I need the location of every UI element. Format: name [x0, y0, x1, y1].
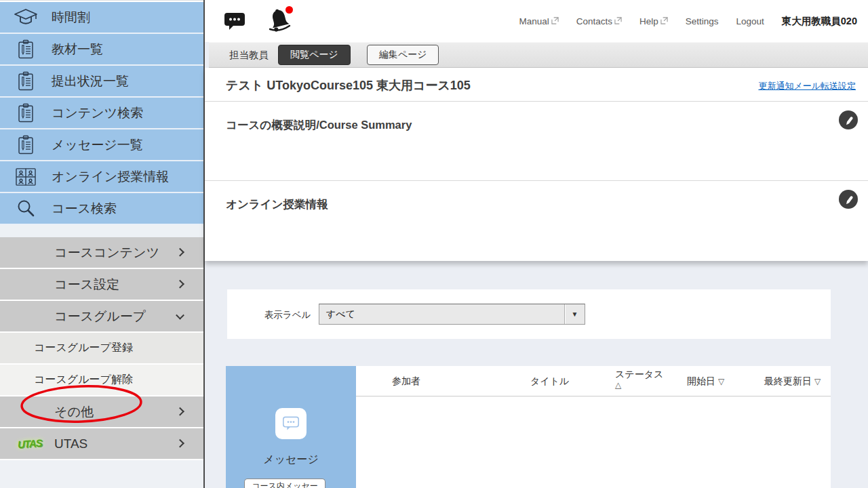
course-title: テスト UTokyoCourse105 東大用コース105 [226, 77, 471, 94]
help-link[interactable]: Help [639, 16, 668, 26]
column-start-date[interactable]: 開始日 ▽ [687, 375, 724, 388]
sidebar-subitem-course-group-remove[interactable]: コースグループ解除 [0, 365, 203, 396]
course-message-button[interactable]: コース内メッセー [244, 479, 326, 488]
chat-bubble-icon [282, 415, 300, 432]
magnifier-icon [0, 199, 52, 219]
manual-link[interactable]: Manual [519, 16, 558, 26]
sidebar-subitem-label: コースグループ解除 [34, 373, 133, 387]
sidebar-group-label: コースグループ [54, 308, 146, 325]
edit-summary-button[interactable] [839, 110, 858, 129]
main-content: Manual Contacts Help [203, 0, 868, 488]
username: 東大用教職員020 [782, 15, 857, 28]
clipboard-icon [0, 70, 52, 92]
sidebar-group-utas[interactable]: UTAS UTAS [0, 428, 203, 460]
online-class-heading: オンライン授業情報 [226, 197, 328, 212]
selected-option: すべて [319, 308, 564, 321]
logout-link[interactable]: Logout [736, 16, 764, 26]
sidebar-group-others[interactable]: その他 [0, 396, 203, 428]
sidebar-item-submissions[interactable]: 提出状況一覧 [0, 66, 203, 98]
sidebar-subitem-course-group-register[interactable]: コースグループ登録 [0, 333, 203, 365]
sidebar-item-materials[interactable]: 教材一覧 [0, 34, 203, 66]
sidebar-group-course-group[interactable]: コースグループ [0, 301, 203, 333]
column-participants[interactable]: 参加者 [392, 375, 420, 388]
dropdown-arrow-icon: ▼ [564, 304, 585, 324]
clipboard-icon [0, 102, 52, 124]
column-last-updated[interactable]: 最終更新日 ▽ [764, 375, 821, 388]
sidebar-item-label: オンライン授業情報 [52, 168, 169, 186]
tab-view-page[interactable]: 閲覧ページ [278, 45, 351, 65]
sidebar-item-message-list[interactable]: メッセージ一覧 [0, 129, 203, 161]
message-block-title: メッセージ [226, 453, 356, 467]
settings-link[interactable]: Settings [686, 16, 719, 26]
contacts-link-label: Contacts [576, 16, 612, 26]
external-link-icon [551, 16, 559, 26]
sidebar-item-timetable[interactable]: 時間割 [0, 2, 203, 34]
course-header-block: テスト UTokyoCourse105 東大用コース105 更新通知メール転送設… [205, 68, 868, 261]
sidebar-item-label: 教材一覧 [52, 41, 103, 58]
graduation-cap-icon [0, 7, 52, 28]
label-filter-select[interactable]: すべて ▼ [319, 304, 585, 325]
edit-online-class-button[interactable] [839, 190, 858, 209]
chevron-down-icon [176, 310, 184, 319]
sidebar-item-course-search[interactable]: コース検索 [0, 193, 203, 225]
sidebar-item-label: コンテンツ検索 [52, 104, 143, 122]
clipboard-icon [0, 134, 52, 156]
notification-badge [285, 6, 293, 14]
message-category-block: メッセージ コース内メッセー [226, 366, 356, 488]
pencil-icon [844, 195, 854, 205]
role-label: 担当教員 [229, 49, 269, 62]
people-grid-icon [0, 167, 52, 186]
top-links: Manual Contacts Help [519, 0, 857, 42]
sidebar-item-label: 時間割 [52, 9, 90, 26]
course-summary-heading: コースの概要説明/Course Summary [226, 118, 412, 133]
sidebar-item-label: コース検索 [52, 200, 117, 218]
chevron-right-icon [176, 279, 184, 288]
sort-desc-icon: ▽ [814, 377, 821, 386]
sidebar-item-label: メッセージ一覧 [52, 136, 143, 154]
tab-bar: 担当教員 閲覧ページ 編集ページ [209, 42, 868, 68]
pencil-icon [844, 115, 854, 125]
help-link-label: Help [639, 16, 658, 26]
column-status-label: ステータス [615, 369, 663, 380]
external-link-icon [660, 16, 668, 26]
settings-link-label: Settings [686, 16, 719, 26]
online-class-section: オンライン授業情報 [205, 181, 868, 260]
sidebar-item-content-search[interactable]: コンテンツ検索 [0, 98, 203, 129]
message-bubble-tile [275, 408, 307, 439]
column-status[interactable]: ステータス △ [615, 369, 663, 390]
notifications-bell-icon[interactable] [266, 5, 294, 36]
sidebar-group-course-contents[interactable]: コースコンテンツ [0, 237, 203, 269]
column-last-updated-label: 最終更新日 [764, 375, 812, 386]
update-mail-settings-link[interactable]: 更新通知メール転送設定 [758, 80, 856, 92]
utas-logo-icon: UTAS [17, 437, 42, 450]
sidebar-group-label: その他 [54, 403, 94, 421]
contacts-link[interactable]: Contacts [576, 16, 622, 26]
chevron-right-icon [176, 407, 184, 415]
tab-edit-page[interactable]: 編集ページ [367, 45, 439, 65]
sidebar-subitem-label: コースグループ登録 [34, 341, 133, 355]
messages-icon[interactable] [224, 11, 245, 34]
display-label-caption: 表示ラベル [264, 309, 311, 321]
messages-table-panel: メッセージ コース内メッセー 参加者 タイトル ステータス △ 開始日 ▽ 最終… [226, 366, 831, 488]
column-start-date-label: 開始日 [687, 375, 715, 386]
sidebar-item-online-class[interactable]: オンライン授業情報 [0, 161, 203, 193]
sidebar-group-course-settings[interactable]: コース設定 [0, 269, 203, 301]
chevron-right-icon [176, 439, 184, 447]
course-title-row: テスト UTokyoCourse105 東大用コース105 更新通知メール転送設… [205, 68, 868, 102]
sidebar-group-label: コースコンテンツ [54, 244, 159, 262]
sidebar-group-label: コース設定 [54, 276, 119, 293]
chevron-right-icon [176, 247, 184, 256]
top-bar: Manual Contacts Help [205, 0, 868, 42]
sidebar-item-label: 提出状況一覧 [52, 73, 129, 90]
column-title[interactable]: タイトル [530, 375, 569, 388]
sort-asc-icon: △ [615, 380, 621, 390]
label-filter-panel: 表示ラベル すべて ▼ [227, 289, 831, 339]
table-header-row: 参加者 タイトル ステータス △ 開始日 ▽ 最終更新日 ▽ [356, 366, 831, 396]
external-link-icon [614, 16, 622, 26]
sidebar-spacer [0, 225, 203, 237]
sidebar-group-label: UTAS [54, 436, 87, 451]
sidebar: 時間割 教材一覧 提出状況一覧 [0, 0, 203, 488]
sort-desc-icon: ▽ [718, 377, 724, 386]
course-summary-section: コースの概要説明/Course Summary [205, 102, 868, 181]
manual-link-label: Manual [519, 16, 549, 26]
